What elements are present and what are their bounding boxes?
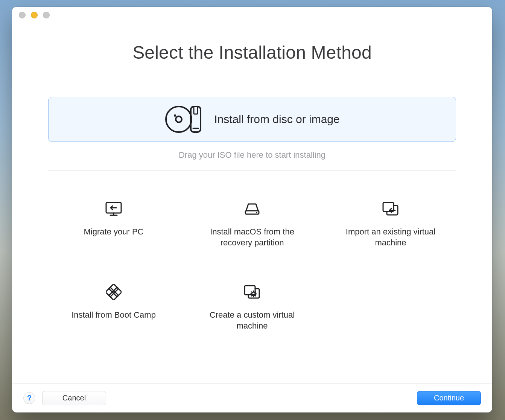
svg-rect-15 [109, 291, 118, 300]
continue-button[interactable]: Continue [417, 391, 481, 405]
option-label: Migrate your PC [84, 227, 144, 237]
option-install-macos-recovery[interactable]: Install macOS from the recovery partitio… [187, 197, 318, 250]
option-label: Import an existing virtual machine [342, 227, 440, 248]
option-label: Install from Boot Camp [71, 310, 156, 321]
bootcamp-icon [106, 283, 122, 301]
drag-hint: Drag your ISO file here to start install… [179, 150, 326, 160]
window-controls [19, 12, 50, 18]
svg-rect-4 [194, 107, 198, 114]
option-create-custom-vm[interactable]: Create a custom virtual machine [187, 280, 318, 333]
installer-window: Select the Installation Method Install f… [12, 7, 492, 412]
import-vm-icon [382, 199, 400, 218]
content-area: Select the Installation Method Install f… [12, 23, 492, 383]
zoom-window-button[interactable] [43, 12, 50, 18]
options-grid: Migrate your PC Install macOS from the r… [48, 197, 456, 333]
footer: ? Cancel Continue [12, 383, 492, 412]
svg-rect-12 [109, 284, 118, 294]
svg-point-0 [166, 107, 192, 132]
disc-image-icon [164, 104, 204, 134]
minimize-window-button[interactable] [31, 12, 38, 18]
option-label: Install macOS from the recovery partitio… [203, 227, 301, 248]
cancel-button[interactable]: Cancel [42, 391, 106, 405]
svg-point-2 [174, 114, 176, 117]
svg-point-10 [256, 212, 257, 213]
disk-icon [244, 199, 260, 218]
help-button[interactable]: ? [23, 392, 35, 404]
divider [48, 170, 456, 171]
option-import-vm[interactable]: Import an existing virtual machine [325, 197, 456, 250]
option-label: Create a custom virtual machine [203, 310, 301, 331]
close-window-button[interactable] [19, 12, 26, 18]
svg-rect-14 [112, 287, 122, 297]
svg-point-1 [176, 116, 182, 122]
option-migrate-pc[interactable]: Migrate your PC [48, 197, 179, 250]
svg-rect-13 [106, 287, 115, 297]
option-label: Install from disc or image [214, 113, 339, 126]
svg-rect-16 [245, 286, 255, 295]
option-install-bootcamp[interactable]: Install from Boot Camp [48, 280, 179, 333]
titlebar [12, 7, 492, 23]
page-title: Select the Installation Method [132, 42, 372, 63]
migrate-pc-icon [105, 199, 122, 218]
option-install-from-disc-or-image[interactable]: Install from disc or image [48, 97, 456, 142]
custom-vm-icon [243, 283, 261, 301]
